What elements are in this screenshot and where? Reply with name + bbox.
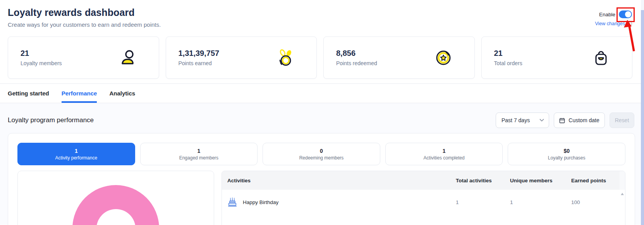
stat-value: 21 <box>494 49 522 58</box>
tab-analytics[interactable]: Analytics <box>109 84 135 103</box>
toggle-knob <box>625 11 631 17</box>
cell-total-activities: 1 <box>456 199 510 205</box>
metric-label: Activity performance <box>55 155 97 161</box>
custom-date-label: Custom date <box>568 117 599 123</box>
reset-button[interactable]: Reset <box>610 112 634 128</box>
page-title: Loyalty rewards dashboard <box>8 7 632 18</box>
enable-label: Enable <box>599 12 615 17</box>
performance-section: Loyalty program performance Past 7 days … <box>0 103 644 225</box>
stat-card-total-orders: 21 Total orders <box>481 36 633 79</box>
col-header-earned-points: Earned points <box>571 178 620 183</box>
metric-tile-activities-completed[interactable]: 1 Activities completed <box>385 143 503 165</box>
col-header-total-activities: Total activities <box>456 178 510 183</box>
page-scrollbar-thumb[interactable] <box>641 10 644 225</box>
activities-table: Activities Total activities Unique membe… <box>222 171 625 225</box>
metric-tile-activity-performance[interactable]: 1 Activity performance <box>17 143 135 165</box>
cell-unique-members: 1 <box>510 199 571 205</box>
section-title: Loyalty program performance <box>8 116 94 124</box>
metric-value: 1 <box>197 148 200 154</box>
enable-toggle[interactable] <box>619 10 632 18</box>
date-range-select[interactable]: Past 7 days <box>496 112 549 128</box>
metric-value: 0 <box>320 148 323 154</box>
chevron-down-icon <box>539 119 544 122</box>
page-subtitle: Create ways for your customers to earn a… <box>8 21 632 28</box>
tabs: Getting started Performance Analytics <box>0 84 644 103</box>
col-header-activities: Activities <box>222 178 456 183</box>
metric-label: Activities completed <box>424 155 465 161</box>
metric-value: 1 <box>443 148 446 154</box>
metric-tile-loyalty-purchases[interactable]: $0 Loyalty purchases <box>508 143 625 165</box>
info-icon[interactable]: i <box>627 21 632 26</box>
metric-value: 1 <box>75 148 78 154</box>
page-header: Loyalty rewards dashboard Create ways fo… <box>0 0 644 36</box>
metric-value: $0 <box>563 148 570 154</box>
member-icon <box>118 48 137 67</box>
medal-icon <box>434 48 453 67</box>
bag-icon <box>592 48 610 67</box>
activity-name: Happy Birthday <box>243 199 278 205</box>
stat-card-points-earned: 1,31,39,757 Points earned <box>166 36 317 79</box>
col-header-unique-members: Unique members <box>510 178 571 183</box>
performance-panel: 1 Activity performance 1 Engaged members… <box>8 133 635 225</box>
metrics-row: 1 Activity performance 1 Engaged members… <box>17 143 625 165</box>
metric-label: Engaged members <box>179 155 218 161</box>
stat-label: Loyalty members <box>21 60 62 66</box>
stat-card-points-redeemed: 8,856 Points redeemed <box>323 36 475 79</box>
stat-label: Points redeemed <box>336 60 377 66</box>
date-range-value: Past 7 days <box>501 117 530 123</box>
metric-label: Redeeming members <box>299 155 344 161</box>
stat-card-loyalty-members: 21 Loyalty members <box>8 36 159 79</box>
tab-getting-started[interactable]: Getting started <box>8 84 49 103</box>
calendar-icon <box>559 118 565 123</box>
table-header: Activities Total activities Unique membe… <box>222 171 625 190</box>
metric-label: Loyalty purchases <box>548 155 586 161</box>
stat-value: 8,856 <box>336 49 377 58</box>
stat-label: Total orders <box>494 60 522 66</box>
header-actions: Enable View changes i <box>595 10 632 26</box>
view-changes-link[interactable]: View changes <box>595 21 625 26</box>
page-scrollbar-track <box>641 0 644 225</box>
metric-tile-engaged-members[interactable]: 1 Engaged members <box>140 143 258 165</box>
table-scroll-up-arrow[interactable] <box>621 193 624 195</box>
stat-value: 1,31,39,757 <box>179 49 220 58</box>
donut-chart <box>72 185 159 225</box>
coins-icon <box>276 48 295 67</box>
activity-donut-chart-card <box>17 171 214 225</box>
metric-tile-redeeming-members[interactable]: 0 Redeeming members <box>263 143 380 165</box>
stat-value: 21 <box>21 49 62 58</box>
filter-controls: Past 7 days Custom date Reset <box>496 112 635 128</box>
cell-earned-points: 100 <box>571 199 620 205</box>
table-row: Happy Birthday 1 1 100 <box>222 190 625 215</box>
custom-date-button[interactable]: Custom date <box>554 112 605 128</box>
stats-row: 21 Loyalty members 1,31,39,757 Points ea… <box>0 36 644 79</box>
stat-label: Points earned <box>179 60 220 66</box>
birthday-cake-icon <box>227 197 237 207</box>
tab-performance[interactable]: Performance <box>62 84 97 103</box>
table-scroll-track <box>620 171 625 190</box>
